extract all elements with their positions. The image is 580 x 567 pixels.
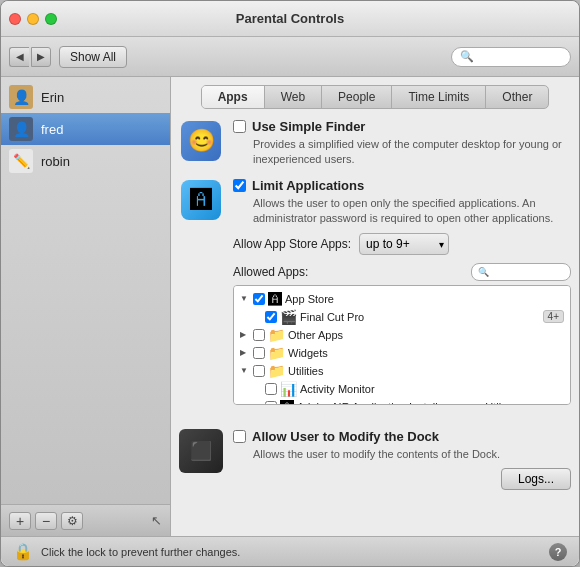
allowed-apps-header: Allowed Apps: 🔍 [233, 263, 571, 281]
app-store-select[interactable]: up to 4+ up to 9+ up to 12+ up to 17+ Al… [359, 233, 449, 255]
sidebar-footer: + − ⚙ ↖ [1, 504, 170, 536]
checkbox-otherapps[interactable] [253, 329, 265, 341]
app-store-select-wrapper: up to 4+ up to 9+ up to 12+ up to 17+ Al… [359, 233, 449, 255]
simple-finder-content: Use Simple Finder Provides a simplified … [233, 119, 571, 168]
minimize-button[interactable] [27, 13, 39, 25]
adobeair-icon: 🅰 [280, 399, 294, 405]
apps-search[interactable]: 🔍 [471, 263, 571, 281]
limit-apps-label: Limit Applications [252, 178, 364, 193]
checkbox-appstore[interactable] [253, 293, 265, 305]
status-bar: 🔒 Click the lock to prevent further chan… [1, 536, 579, 566]
nav-buttons: ◀ ▶ [9, 47, 51, 67]
tree-item-otherapps: ▶ 📁 Other Apps [238, 326, 566, 344]
window-title: Parental Controls [236, 11, 344, 26]
toolbar-search[interactable]: 🔍 [451, 47, 571, 67]
cursor-indicator: ↖ [151, 513, 162, 528]
badge-finalcut: 4+ [543, 310, 564, 323]
utilities-icon: 📁 [268, 363, 285, 379]
maximize-button[interactable] [45, 13, 57, 25]
limit-apps-checkbox[interactable] [233, 179, 246, 192]
simple-finder-row: Use Simple Finder [233, 119, 571, 134]
expand-otherapps[interactable]: ▶ [240, 330, 250, 339]
forward-button[interactable]: ▶ [31, 47, 51, 67]
tree-item-finalcut: 🎬 Final Cut Pro 4+ [250, 308, 566, 326]
traffic-lights [9, 13, 57, 25]
avatar-fred: 👤 [9, 117, 33, 141]
limit-apps-content: Limit Applications Allows the user to op… [233, 178, 571, 413]
modify-dock-row: Allow User to Modify the Dock [233, 429, 571, 444]
apps-search-icon: 🔍 [478, 267, 489, 277]
lock-icon[interactable]: 🔒 [13, 542, 33, 561]
search-input[interactable] [478, 51, 562, 63]
avatar-robin: ✏️ [9, 149, 33, 173]
window: Parental Controls ◀ ▶ Show All 🔍 👤 Erin [0, 0, 580, 567]
label-activitymonitor: Activity Monitor [300, 383, 375, 395]
tab-time-limits[interactable]: Time Limits [392, 86, 486, 108]
settings-button[interactable]: ⚙ [61, 512, 83, 530]
modify-dock-content: Allow User to Modify the Dock Allows the… [233, 429, 571, 490]
tree-item-utilities: ▼ 📁 Utilities [238, 362, 566, 380]
appstore-tree-icon: 🅰 [268, 291, 282, 307]
limit-apps-row: Limit Applications [233, 178, 571, 193]
close-button[interactable] [9, 13, 21, 25]
sidebar: 👤 Erin 👤 fred ✏️ robin [1, 77, 171, 536]
expand-widgets[interactable]: ▶ [240, 348, 250, 357]
modify-dock-desc: Allows the user to modify the contents o… [253, 447, 571, 462]
modify-dock-checkbox[interactable] [233, 430, 246, 443]
apps-search-input[interactable] [489, 266, 564, 277]
tab-web[interactable]: Web [265, 86, 322, 108]
toolbar: ◀ ▶ Show All 🔍 [1, 37, 579, 77]
tree-item-appstore: ▼ 🅰 App Store [238, 290, 566, 308]
dock-app-icon: ⬛ [179, 429, 223, 473]
simple-finder-checkbox[interactable] [233, 120, 246, 133]
widgets-icon: 📁 [268, 345, 285, 361]
sidebar-item-fred[interactable]: 👤 fred [1, 113, 170, 145]
allow-app-store-label: Allow App Store Apps: [233, 237, 351, 251]
label-widgets: Widgets [288, 347, 328, 359]
actmon-icon: 📊 [280, 381, 297, 397]
simple-finder-label: Use Simple Finder [252, 119, 365, 134]
tab-apps[interactable]: Apps [202, 86, 265, 108]
apps-tree: ▼ 🅰 App Store 🎬 Final Cut Pro [233, 285, 571, 405]
limit-apps-section: 🅰 Limit Applications Allows the user to … [179, 178, 571, 413]
modify-dock-section: ⬛ Allow User to Modify the Dock Allows t… [179, 429, 571, 490]
expand-utilities[interactable]: ▼ [240, 366, 250, 375]
simple-finder-desc: Provides a simplified view of the comput… [253, 137, 571, 168]
checkbox-adobeair[interactable] [265, 401, 277, 405]
finder-icon: 😊 [179, 119, 223, 163]
main-panel: Apps Web People Time Limits Other 😊 Use … [171, 77, 579, 536]
sidebar-item-robin[interactable]: ✏️ robin [1, 145, 170, 177]
remove-user-button[interactable]: − [35, 512, 57, 530]
label-appstore: App Store [285, 293, 334, 305]
add-user-button[interactable]: + [9, 512, 31, 530]
label-adobeair: Adobe AIR Application Installer.app — Ut… [297, 401, 501, 405]
tree-item-adobeair: 🅰 Adobe AIR Application Installer.app — … [250, 398, 566, 405]
titlebar: Parental Controls [1, 1, 579, 37]
checkbox-activitymonitor[interactable] [265, 383, 277, 395]
finalcut-icon: 🎬 [280, 309, 297, 325]
status-text: Click the lock to prevent further change… [41, 546, 240, 558]
modify-dock-label: Allow User to Modify the Dock [252, 429, 439, 444]
sidebar-item-erin[interactable]: 👤 Erin [1, 81, 170, 113]
checkbox-finalcut[interactable] [265, 311, 277, 323]
allowed-apps-label: Allowed Apps: [233, 265, 308, 279]
show-all-button[interactable]: Show All [59, 46, 127, 68]
content: 👤 Erin 👤 fred ✏️ robin [1, 77, 579, 536]
label-otherapps: Other Apps [288, 329, 343, 341]
limit-apps-desc: Allows the user to open only the specifi… [253, 196, 571, 227]
checkbox-widgets[interactable] [253, 347, 265, 359]
sidebar-item-name-erin: Erin [41, 90, 64, 105]
checkbox-utilities[interactable] [253, 365, 265, 377]
label-finalcut: Final Cut Pro [300, 311, 364, 323]
back-button[interactable]: ◀ [9, 47, 29, 67]
help-button[interactable]: ? [549, 543, 567, 561]
sidebar-list: 👤 Erin 👤 fred ✏️ robin [1, 77, 170, 504]
tab-people[interactable]: People [322, 86, 392, 108]
sidebar-item-name-robin: robin [41, 154, 70, 169]
allow-app-store-row: Allow App Store Apps: up to 4+ up to 9+ … [233, 233, 571, 255]
tree-item-widgets: ▶ 📁 Widgets [238, 344, 566, 362]
tree-item-activitymonitor: 📊 Activity Monitor [250, 380, 566, 398]
tab-other[interactable]: Other [486, 86, 548, 108]
logs-button[interactable]: Logs... [501, 468, 571, 490]
expand-appstore[interactable]: ▼ [240, 294, 250, 303]
